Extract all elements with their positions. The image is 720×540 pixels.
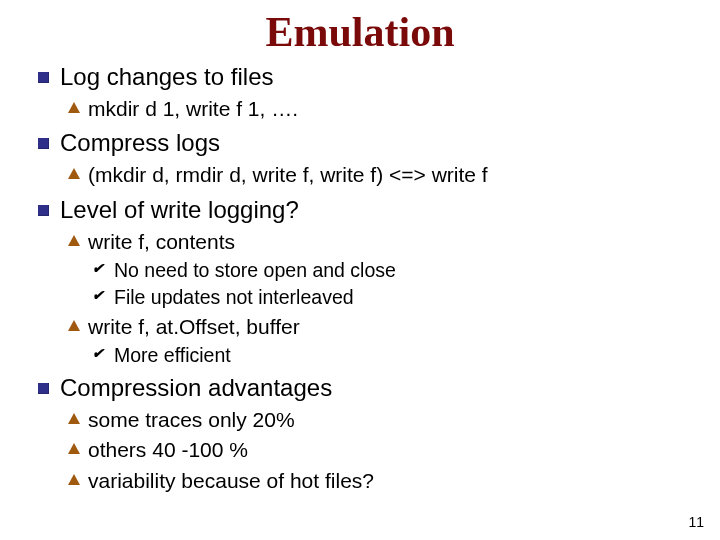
sub-bullet: others 40 -100 % xyxy=(60,437,690,463)
sub-bullet: some traces only 20% xyxy=(60,407,690,433)
bullet-compression-advantages: Compression advantages some traces only … xyxy=(30,373,690,494)
slide: Emulation Log changes to files mkdir d 1… xyxy=(0,0,720,540)
sub-text: others 40 -100 % xyxy=(88,438,248,461)
sub-bullet: variability because of hot files? xyxy=(60,468,690,494)
chevron-icon: ✔ xyxy=(92,287,104,305)
sub-sub-bullet: ✔ File updates not interleaved xyxy=(88,285,690,309)
sub-text: write f, contents xyxy=(88,230,235,253)
bullet-text: Level of write logging? xyxy=(60,196,299,223)
sub-list: write f, contents ✔ No need to store ope… xyxy=(60,229,690,368)
sub-list: (mkdir d, rmdir d, write f, write f) <=>… xyxy=(60,162,690,188)
sub-bullet-write-contents: write f, contents ✔ No need to store ope… xyxy=(60,229,690,310)
bullet-text: Log changes to files xyxy=(60,63,273,90)
sub-text: mkdir d 1, write f 1, …. xyxy=(88,97,298,120)
chevron-icon: ✔ xyxy=(92,345,104,363)
chevron-icon: ✔ xyxy=(92,260,104,278)
bullet-text: Compression advantages xyxy=(60,374,332,401)
sub-list: some traces only 20% others 40 -100 % va… xyxy=(60,407,690,494)
bullet-compress-logs: Compress logs (mkdir d, rmdir d, write f… xyxy=(30,128,690,188)
page-number: 11 xyxy=(688,514,704,530)
sub-list: mkdir d 1, write f 1, …. xyxy=(60,96,690,122)
slide-title: Emulation xyxy=(30,8,690,56)
sub-sub-list: ✔ More efficient xyxy=(88,343,690,367)
sub-sub-list: ✔ No need to store open and close ✔ File… xyxy=(88,258,690,310)
bullet-level-of-logging: Level of write logging? write f, content… xyxy=(30,195,690,368)
sub-text: (mkdir d, rmdir d, write f, write f) <=>… xyxy=(88,163,488,186)
sub-bullet: (mkdir d, rmdir d, write f, write f) <=>… xyxy=(60,162,690,188)
sub-text: some traces only 20% xyxy=(88,408,295,431)
sub-sub-bullet: ✔ More efficient xyxy=(88,343,690,367)
sub-bullet: mkdir d 1, write f 1, …. xyxy=(60,96,690,122)
sub-sub-text: File updates not interleaved xyxy=(114,286,354,308)
bullet-log-changes: Log changes to files mkdir d 1, write f … xyxy=(30,62,690,122)
bullet-text: Compress logs xyxy=(60,129,220,156)
sub-sub-text: More efficient xyxy=(114,344,231,366)
sub-text: variability because of hot files? xyxy=(88,469,374,492)
sub-sub-text: No need to store open and close xyxy=(114,259,396,281)
sub-sub-bullet: ✔ No need to store open and close xyxy=(88,258,690,282)
sub-text: write f, at.Offset, buffer xyxy=(88,315,300,338)
bullet-list: Log changes to files mkdir d 1, write f … xyxy=(30,62,690,494)
sub-bullet-write-offset: write f, at.Offset, buffer ✔ More effici… xyxy=(60,314,690,368)
